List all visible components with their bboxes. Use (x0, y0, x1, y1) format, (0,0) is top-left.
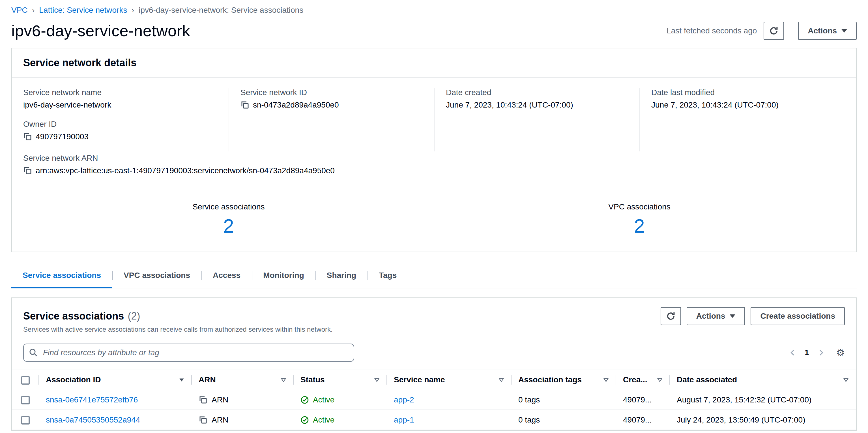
service-name-link[interactable]: app-1 (394, 415, 414, 424)
select-all-checkbox[interactable] (21, 376, 30, 384)
service-name-link[interactable]: app-2 (394, 395, 414, 404)
column-label: Date associated (677, 375, 737, 384)
breadcrumb-link-service-networks[interactable]: Lattice: Service networks (39, 6, 127, 15)
stats-row: Service associations 2 VPC associations … (23, 185, 845, 252)
row-checkbox[interactable] (21, 396, 30, 404)
tab-monitoring[interactable]: Monitoring (252, 264, 315, 288)
created-by-cell: 49079... (616, 410, 670, 430)
field-label: Service network name (23, 88, 217, 97)
breadcrumb-chevron-icon: › (132, 6, 134, 15)
chevron-left-icon (789, 349, 797, 357)
column-header-status[interactable]: Status (294, 370, 387, 390)
tab-vpc-associations[interactable]: VPC associations (112, 264, 202, 288)
header-actions: Last fetched seconds ago Actions (666, 22, 857, 40)
tab-sharing[interactable]: Sharing (315, 264, 368, 288)
arn-text: ARN (212, 395, 228, 404)
page-header: ipv6-day-service-network Last fetched se… (0, 15, 868, 48)
filter-icon (602, 376, 610, 383)
stat-vpc-associations: VPC associations 2 (434, 203, 845, 237)
filter-icon (498, 376, 505, 383)
page-actions-button[interactable]: Actions (798, 22, 857, 40)
stat-vpc-associations-count[interactable]: 2 (434, 215, 845, 237)
panel-actions-button[interactable]: Actions (687, 307, 745, 325)
copy-icon (23, 166, 32, 175)
pagination: 1 ⚙ (786, 346, 845, 359)
breadcrumb-link-vpc[interactable]: VPC (11, 6, 28, 15)
copy-arn-button[interactable] (23, 166, 32, 175)
date-associated-cell: August 7, 2023, 15:42:32 (UTC-07:00) (670, 390, 856, 410)
refresh-button[interactable] (764, 22, 784, 40)
pagination-prev-button[interactable] (786, 346, 799, 359)
select-all-header (12, 370, 39, 390)
column-label: Crea... (623, 375, 647, 384)
column-label: ARN (198, 375, 216, 384)
copy-owner-id-button[interactable] (23, 132, 32, 141)
filter-icon (842, 376, 849, 383)
owner-id-value: 490797190003 (36, 132, 89, 141)
field-date-last-modified: Date last modified June 7, 2023, 10:43:2… (651, 88, 834, 110)
arn-text: ARN (212, 415, 228, 425)
column-header-arn[interactable]: ARN (192, 370, 294, 390)
caret-down-icon (841, 29, 847, 33)
refresh-icon (666, 312, 675, 321)
pagination-next-button[interactable] (815, 346, 827, 359)
filter-icon (373, 376, 380, 383)
field-value: ipv6-day-service-network (23, 100, 217, 110)
column-header-date-associated[interactable]: Date associated (670, 370, 856, 390)
row-checkbox[interactable] (21, 416, 30, 425)
field-owner-id: Owner ID 490797190003 (23, 120, 217, 141)
settings-gear-icon[interactable]: ⚙ (836, 347, 845, 358)
column-header-created-by[interactable]: Crea... (616, 370, 670, 390)
field-value: June 7, 2023, 10:43:24 (UTC-07:00) (446, 100, 628, 110)
field-label: Service network ARN (23, 154, 845, 163)
column-header-association-tags[interactable]: Association tags (512, 370, 616, 390)
table-row: snsa-0e6741e75572efb76 ARN (12, 390, 856, 410)
column-header-service-name[interactable]: Service name (387, 370, 512, 390)
field-service-network-arn: Service network ARN arn:aws:vpc-lattice:… (23, 154, 845, 175)
copy-network-id-button[interactable] (241, 100, 250, 110)
row-select-cell (12, 410, 39, 430)
status-cell: Active (294, 390, 387, 410)
panel-actions-label: Actions (696, 312, 725, 321)
tab-access[interactable]: Access (202, 264, 252, 288)
tabs-bar: Service associations VPC associations Ac… (11, 264, 857, 288)
copy-icon (198, 415, 208, 425)
details-column-1: Service network name ipv6-day-service-ne… (23, 88, 228, 151)
pagination-page-number[interactable]: 1 (800, 348, 814, 357)
association-id-link[interactable]: snsa-0a74505350552a944 (46, 415, 140, 424)
arn-cell: ARN (192, 410, 294, 430)
field-value: 490797190003 (23, 132, 217, 141)
stat-label: Service associations (23, 203, 434, 211)
sort-descending-icon (178, 376, 185, 383)
field-value: June 7, 2023, 10:43:24 (UTC-07:00) (651, 100, 834, 110)
column-label: Association tags (518, 375, 582, 384)
column-header-association-id[interactable]: Association ID (39, 370, 192, 390)
field-label: Date last modified (651, 88, 834, 97)
tab-tags[interactable]: Tags (368, 264, 408, 288)
vpc-lattice-service-network-page: VPC › Lattice: Service networks › ipv6-d… (0, 0, 868, 433)
search-input[interactable] (23, 344, 354, 362)
field-date-created: Date created June 7, 2023, 10:43:24 (UTC… (446, 88, 628, 110)
stat-service-associations-count[interactable]: 2 (23, 215, 434, 237)
copy-row-arn-button[interactable] (198, 395, 208, 404)
table-row: snsa-0a74505350552a944 ARN (12, 410, 856, 430)
breadcrumb-chevron-icon: › (32, 6, 35, 15)
page-title: ipv6-day-service-network (11, 22, 666, 40)
details-column-2: Service network ID sn-0473a2d89a4a950e0 (228, 88, 434, 151)
refresh-icon (769, 26, 778, 35)
copy-row-arn-button[interactable] (198, 415, 208, 425)
panel-refresh-button[interactable] (661, 307, 681, 325)
service-associations-table: Association ID ARN (12, 370, 856, 430)
details-card-header: Service network details (12, 49, 856, 78)
details-body: Service network name ipv6-day-service-ne… (12, 78, 856, 252)
tab-service-associations[interactable]: Service associations (11, 264, 112, 288)
details-column-4: Date last modified June 7, 2023, 10:43:2… (640, 88, 845, 151)
association-id-link[interactable]: snsa-0e6741e75572efb76 (46, 395, 138, 404)
last-fetched-text: Last fetched seconds ago (666, 26, 757, 35)
filter-icon (656, 376, 663, 383)
panel-description: Services with active service association… (23, 326, 661, 333)
create-associations-button[interactable]: Create associations (751, 307, 845, 325)
network-id-value: sn-0473a2d89a4a950e0 (253, 100, 339, 110)
check-circle-icon (301, 416, 309, 424)
association-tags-cell: 0 tags (512, 410, 616, 430)
